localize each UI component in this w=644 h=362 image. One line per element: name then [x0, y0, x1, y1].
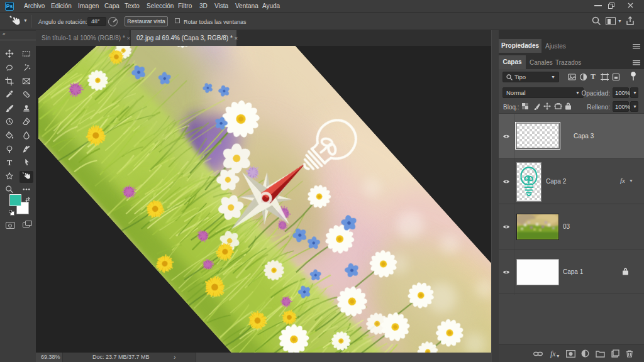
svg-text:T: T — [7, 158, 13, 167]
